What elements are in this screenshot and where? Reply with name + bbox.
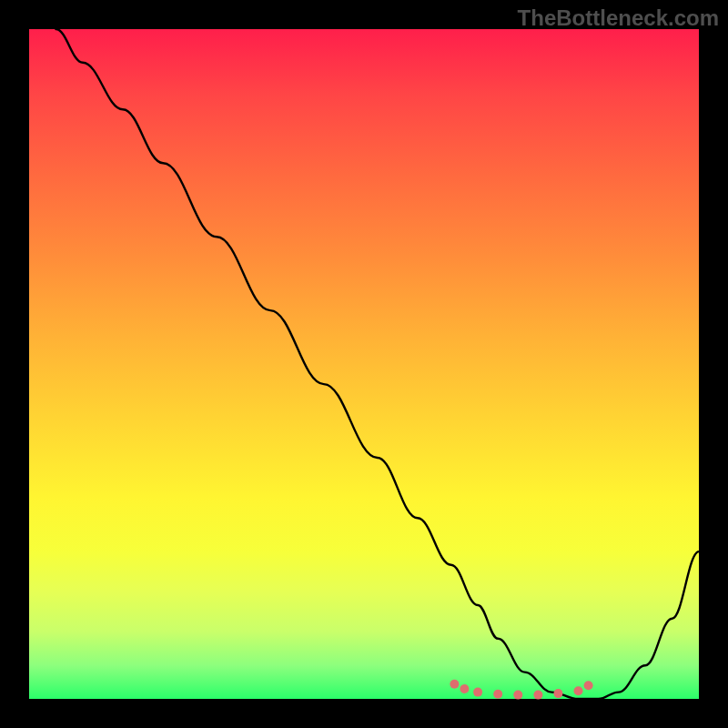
highlight-dot	[513, 691, 522, 700]
watermark-text: TheBottleneck.com	[518, 5, 719, 31]
highlight-dot	[574, 686, 583, 695]
chart-svg	[29, 29, 699, 699]
bottleneck-curve	[56, 29, 699, 699]
highlight-dot	[533, 691, 542, 700]
highlight-dot	[460, 684, 469, 693]
highlight-dot	[473, 688, 482, 697]
highlight-dot	[553, 689, 562, 698]
highlight-dot	[450, 680, 459, 689]
chart-plot-area	[29, 29, 699, 699]
highlight-dot	[493, 690, 502, 699]
highlight-dot-group	[450, 680, 592, 700]
highlight-dot	[584, 681, 593, 690]
